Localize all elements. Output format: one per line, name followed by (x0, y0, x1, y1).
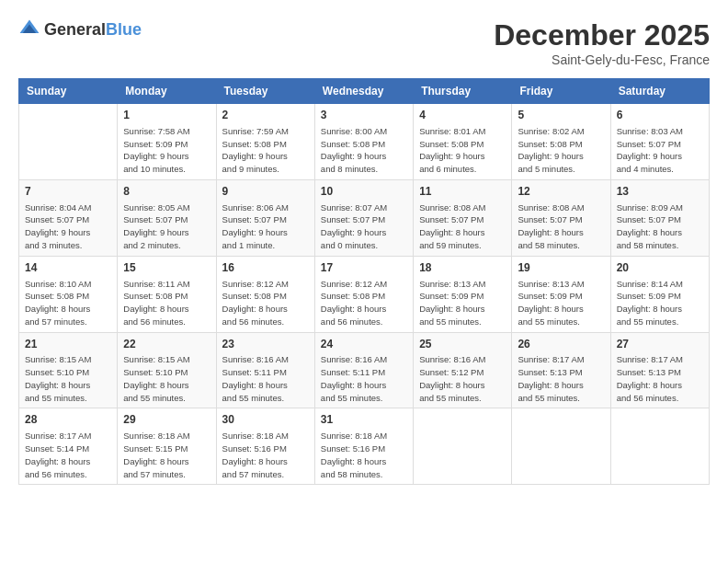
calendar-cell: 25Sunrise: 8:16 AMSunset: 5:12 PMDayligh… (414, 332, 512, 408)
calendar-cell: 29Sunrise: 8:18 AMSunset: 5:15 PMDayligh… (118, 408, 216, 485)
location: Saint-Gely-du-Fesc, France (494, 52, 710, 67)
day-number: 17 (321, 260, 407, 276)
calendar-cell: 2Sunrise: 7:59 AMSunset: 5:08 PMDaylight… (216, 104, 314, 180)
calendar-cell: 24Sunrise: 8:16 AMSunset: 5:11 PMDayligh… (314, 332, 413, 408)
day-info: Sunrise: 8:16 AMSunset: 5:11 PMDaylight:… (321, 353, 407, 404)
title-section: December 2025 Saint-Gely-du-Fesc, France (494, 18, 710, 67)
calendar-week-0: 1Sunrise: 7:58 AMSunset: 5:09 PMDaylight… (19, 104, 710, 180)
day-info: Sunrise: 8:11 AMSunset: 5:08 PMDaylight:… (123, 278, 210, 328)
day-info: Sunrise: 7:59 AMSunset: 5:08 PMDaylight:… (222, 125, 309, 176)
calendar-week-2: 14Sunrise: 8:10 AMSunset: 5:08 PMDayligh… (19, 256, 710, 332)
calendar-week-1: 7Sunrise: 8:04 AMSunset: 5:07 PMDaylight… (19, 179, 710, 256)
calendar-header-thursday: Thursday (414, 79, 512, 104)
calendar-cell: 27Sunrise: 8:17 AMSunset: 5:13 PMDayligh… (610, 332, 709, 408)
day-info: Sunrise: 8:16 AMSunset: 5:11 PMDaylight:… (222, 353, 309, 404)
calendar-week-4: 28Sunrise: 8:17 AMSunset: 5:14 PMDayligh… (19, 408, 710, 485)
day-number: 28 (25, 412, 111, 428)
logo-blue: Blue (106, 20, 142, 39)
calendar-week-3: 21Sunrise: 8:15 AMSunset: 5:10 PMDayligh… (19, 332, 710, 408)
day-info: Sunrise: 8:12 AMSunset: 5:08 PMDaylight:… (321, 278, 407, 328)
calendar-cell: 23Sunrise: 8:16 AMSunset: 5:11 PMDayligh… (216, 332, 314, 408)
day-number: 31 (321, 412, 407, 428)
day-number: 5 (518, 108, 604, 123)
calendar-cell (610, 408, 709, 485)
calendar-cell: 26Sunrise: 8:17 AMSunset: 5:13 PMDayligh… (512, 332, 610, 408)
day-number: 25 (419, 337, 506, 352)
day-info: Sunrise: 8:18 AMSunset: 5:16 PMDaylight:… (321, 430, 407, 480)
logo-text: GeneralBlue (44, 21, 142, 38)
day-info: Sunrise: 8:08 AMSunset: 5:07 PMDaylight:… (518, 201, 604, 252)
calendar-header-row: SundayMondayTuesdayWednesdayThursdayFrid… (19, 79, 710, 104)
calendar-cell: 18Sunrise: 8:13 AMSunset: 5:09 PMDayligh… (414, 256, 512, 332)
calendar-cell: 16Sunrise: 8:12 AMSunset: 5:08 PMDayligh… (216, 256, 314, 332)
day-number: 6 (617, 108, 703, 123)
day-number: 24 (321, 337, 407, 352)
calendar-cell: 13Sunrise: 8:09 AMSunset: 5:07 PMDayligh… (610, 179, 709, 256)
calendar-cell: 14Sunrise: 8:10 AMSunset: 5:08 PMDayligh… (19, 256, 118, 332)
day-number: 14 (25, 260, 111, 276)
day-info: Sunrise: 8:15 AMSunset: 5:10 PMDaylight:… (25, 353, 111, 404)
day-info: Sunrise: 8:17 AMSunset: 5:13 PMDaylight:… (518, 353, 604, 404)
calendar-cell: 17Sunrise: 8:12 AMSunset: 5:08 PMDayligh… (314, 256, 413, 332)
day-info: Sunrise: 8:13 AMSunset: 5:09 PMDaylight:… (419, 278, 506, 328)
day-info: Sunrise: 8:09 AMSunset: 5:07 PMDaylight:… (617, 201, 703, 252)
day-info: Sunrise: 8:08 AMSunset: 5:07 PMDaylight:… (419, 201, 506, 252)
calendar-cell: 10Sunrise: 8:07 AMSunset: 5:07 PMDayligh… (314, 179, 413, 256)
day-number: 4 (419, 108, 506, 123)
day-number: 18 (419, 260, 506, 276)
calendar-header-monday: Monday (118, 79, 216, 104)
calendar-cell: 15Sunrise: 8:11 AMSunset: 5:08 PMDayligh… (118, 256, 216, 332)
day-number: 1 (123, 108, 210, 123)
day-number: 21 (25, 337, 111, 352)
day-number: 2 (222, 108, 309, 123)
calendar-header-saturday: Saturday (610, 79, 709, 104)
calendar-cell: 1Sunrise: 7:58 AMSunset: 5:09 PMDaylight… (118, 104, 216, 180)
day-number: 30 (222, 412, 309, 428)
calendar-cell: 12Sunrise: 8:08 AMSunset: 5:07 PMDayligh… (512, 179, 610, 256)
day-number: 3 (321, 108, 407, 123)
day-info: Sunrise: 8:04 AMSunset: 5:07 PMDaylight:… (25, 201, 111, 252)
day-info: Sunrise: 8:10 AMSunset: 5:08 PMDaylight:… (25, 278, 111, 328)
day-number: 15 (123, 260, 210, 276)
day-info: Sunrise: 8:15 AMSunset: 5:10 PMDaylight:… (123, 353, 210, 404)
calendar-cell (512, 408, 610, 485)
day-info: Sunrise: 8:05 AMSunset: 5:07 PMDaylight:… (123, 201, 210, 252)
day-info: Sunrise: 8:03 AMSunset: 5:07 PMDaylight:… (617, 125, 703, 176)
day-number: 9 (222, 184, 309, 200)
logo-icon (18, 18, 40, 40)
logo-general: General (44, 20, 106, 39)
calendar-cell: 28Sunrise: 8:17 AMSunset: 5:14 PMDayligh… (19, 408, 118, 485)
calendar-header-wednesday: Wednesday (314, 79, 413, 104)
calendar-cell: 19Sunrise: 8:13 AMSunset: 5:09 PMDayligh… (512, 256, 610, 332)
calendar-cell: 20Sunrise: 8:14 AMSunset: 5:09 PMDayligh… (610, 256, 709, 332)
day-number: 10 (321, 184, 407, 200)
month-title: December 2025 (494, 18, 710, 52)
calendar-table: SundayMondayTuesdayWednesdayThursdayFrid… (18, 78, 710, 485)
logo: GeneralBlue (18, 18, 142, 40)
calendar-header-sunday: Sunday (19, 79, 118, 104)
day-info: Sunrise: 8:17 AMSunset: 5:14 PMDaylight:… (25, 430, 111, 480)
day-info: Sunrise: 8:02 AMSunset: 5:08 PMDaylight:… (518, 125, 604, 176)
day-number: 27 (617, 337, 703, 352)
calendar-cell: 5Sunrise: 8:02 AMSunset: 5:08 PMDaylight… (512, 104, 610, 180)
calendar-cell: 21Sunrise: 8:15 AMSunset: 5:10 PMDayligh… (19, 332, 118, 408)
day-number: 19 (518, 260, 604, 276)
calendar-header-friday: Friday (512, 79, 610, 104)
day-info: Sunrise: 8:18 AMSunset: 5:15 PMDaylight:… (123, 430, 210, 480)
header: GeneralBlue December 2025 Saint-Gely-du-… (18, 18, 710, 67)
calendar-cell: 22Sunrise: 8:15 AMSunset: 5:10 PMDayligh… (118, 332, 216, 408)
calendar-cell (19, 104, 118, 180)
day-info: Sunrise: 8:14 AMSunset: 5:09 PMDaylight:… (617, 278, 703, 328)
day-info: Sunrise: 8:16 AMSunset: 5:12 PMDaylight:… (419, 353, 506, 404)
day-number: 11 (419, 184, 506, 200)
day-info: Sunrise: 8:07 AMSunset: 5:07 PMDaylight:… (321, 201, 407, 252)
day-info: Sunrise: 8:13 AMSunset: 5:09 PMDaylight:… (518, 278, 604, 328)
calendar-cell: 11Sunrise: 8:08 AMSunset: 5:07 PMDayligh… (414, 179, 512, 256)
day-number: 8 (123, 184, 210, 200)
day-number: 26 (518, 337, 604, 352)
calendar-cell: 3Sunrise: 8:00 AMSunset: 5:08 PMDaylight… (314, 104, 413, 180)
day-info: Sunrise: 7:58 AMSunset: 5:09 PMDaylight:… (123, 125, 210, 176)
calendar-cell: 6Sunrise: 8:03 AMSunset: 5:07 PMDaylight… (610, 104, 709, 180)
calendar-cell: 9Sunrise: 8:06 AMSunset: 5:07 PMDaylight… (216, 179, 314, 256)
day-number: 22 (123, 337, 210, 352)
